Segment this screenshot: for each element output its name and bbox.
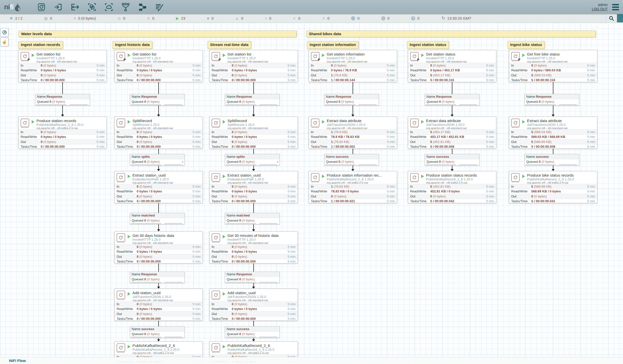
processor-node[interactable]: P Get station information InvokeHTTP 1.2… — [309, 50, 397, 82]
connection-label[interactable]: Name matched Queued 0 (0 bytes) — [225, 213, 280, 224]
processor-node[interactable]: SplitRecord SplitRecord 1.25.0 org.apach… — [114, 117, 203, 149]
stat-row-read-write: Read/Write 0 bytes / 569.03 KB 5 min — [509, 68, 597, 73]
queued-size: (0 bytes) — [147, 277, 160, 281]
section-label[interactable]: Ingest station information — [307, 41, 358, 49]
processor-node[interactable]: Extract data attribute JoltTransformJSON… — [408, 117, 496, 149]
output-port-icon[interactable] — [71, 3, 79, 11]
remote-process-group-icon[interactable] — [105, 3, 113, 11]
processor-node[interactable]: P Get station list InvokeHTTP 1.25.0 org… — [209, 50, 298, 82]
processor-node[interactable]: Produce station status records PublishKa… — [408, 171, 496, 203]
processor-stamp-icon — [511, 173, 520, 182]
processor-node[interactable]: P Get free bike status InvokeHTTP 1.25.0… — [509, 50, 597, 82]
process-group-icon[interactable] — [88, 3, 96, 11]
group-label[interactable]: Shared bikes data — [306, 31, 596, 37]
processor-node[interactable]: P Get station status InvokeHTTP 1.25.0 o… — [408, 50, 496, 82]
processor-node[interactable]: Produce station records PublishKafkaReco… — [18, 117, 107, 149]
search-icon[interactable] — [606, 14, 617, 22]
connection-label[interactable]: Name success Queued 0 (0 bytes) — [225, 326, 280, 338]
stat-row-in: In 0 (0 bytes) 5 min — [115, 184, 203, 189]
connection-label[interactable]: Name success Queued 0 (0 bytes) — [324, 154, 379, 166]
breadcrumb[interactable]: NiFi Flow — [9, 358, 26, 363]
section-label[interactable]: Ingest bike status — [508, 41, 545, 49]
processor-node[interactable]: Produce station information rec... Publi… — [309, 171, 397, 203]
section-label[interactable]: Ingest station records — [18, 41, 63, 49]
refresh-icon[interactable]: ↻ — [442, 16, 445, 21]
processor-stamp-icon — [212, 233, 220, 242]
sync-failure-icon: ? — [411, 16, 415, 20]
logout-link[interactable]: LOG OUT — [592, 7, 608, 11]
queued-count: 0 — [539, 100, 541, 103]
processor-name: SplitRecord — [132, 119, 173, 123]
processor-node[interactable]: Extract station_uuid EvaluateJsonPath 1.… — [114, 171, 203, 203]
queued-size: (0 bytes) — [242, 100, 255, 103]
processor-node[interactable]: Add station_uuid JoltTransformJSON 1.25.… — [209, 289, 298, 321]
stat-row-out: Out 0 (0 bytes) 5 min — [309, 194, 397, 199]
input-port-icon[interactable] — [54, 3, 63, 11]
processor-stamp-icon: P — [212, 52, 220, 61]
connection-label[interactable]: Name Response Queued 0 (0 bytes) — [225, 94, 280, 106]
global-menu-icon[interactable] — [611, 3, 620, 11]
operate-hand-button[interactable]: ☝ — [1, 38, 8, 46]
template-icon[interactable] — [138, 3, 147, 11]
stat-row-out: Out 0 (0 bytes) 5 min — [509, 194, 597, 199]
stat-row-out: Out 0 (0 bytes) 5 min — [210, 139, 298, 144]
connection-name-value: splits — [236, 155, 245, 159]
label-icon[interactable] — [155, 3, 164, 11]
processor-node[interactable]: Add station_uuid JoltTransformJSON 1.25.… — [114, 289, 203, 321]
funnel-icon[interactable] — [121, 3, 130, 11]
processor-node[interactable]: Extract station_uuid EvaluateJsonPath 1.… — [209, 171, 298, 203]
stat-row-tasks-time: Tasks/Time 0 / 00:00:00.000 5 min — [19, 78, 107, 83]
processor-node[interactable]: SplitRecord SplitRecord 1.25.0 org.apach… — [209, 117, 298, 149]
stat-row-in: In 5 (453.17 KB) 5 min — [408, 129, 496, 134]
status-counter-running: ▶ 23 — [176, 16, 185, 20]
connection-name-label: Name — [132, 327, 140, 331]
connection-label[interactable]: Name Response Queued 0 (0 bytes) — [225, 272, 280, 283]
connection-name-label: Name — [132, 95, 140, 98]
processor-stamp-icon — [117, 119, 125, 127]
corner-button[interactable] — [617, 14, 623, 22]
processor-node[interactable]: P Get station list InvokeHTTP 1.25.0 org… — [18, 50, 107, 82]
processor-node[interactable]: Extract data attribute JoltTransformJSON… — [309, 117, 397, 149]
group-label[interactable]: Water levels data — [19, 31, 297, 37]
section-label[interactable]: Stream real-time data — [208, 41, 251, 49]
connection-arrow-icon — [157, 169, 160, 171]
flow-canvas[interactable]: Water levels data Shared bikes data Inge… — [0, 23, 623, 364]
processor-stamp-icon — [410, 119, 419, 127]
connection-label[interactable]: Name success Queued 0 (0 bytes) — [524, 154, 579, 166]
connection-label[interactable]: Name Response Queued 0 (0 bytes) — [324, 94, 379, 106]
birdseye-button[interactable] — [1, 28, 8, 37]
queued-count: 0 — [144, 219, 146, 222]
processor-icon[interactable] — [37, 3, 46, 11]
footer-bar: NiFi Flow — [0, 357, 623, 364]
connection-arrow-icon — [252, 169, 255, 171]
section-label[interactable]: Ingest historic data — [113, 41, 152, 49]
stat-row-in: In 0 (0 bytes) 5 min — [408, 63, 496, 68]
connection-label[interactable]: Name Response Queued 0 (0 bytes) — [130, 272, 185, 283]
connection-label[interactable]: Name splits Queued 0 (0 bytes)◑ — [225, 154, 280, 166]
connection-label[interactable]: Name splits Queued 0 (0 bytes)◑ — [130, 154, 185, 166]
connection-name-value: Response — [536, 95, 551, 98]
connection-label[interactable]: Name Response Queued 0 (0 bytes) — [130, 94, 185, 106]
connection-label[interactable]: Name Response Queued 0 (0 bytes) — [524, 94, 579, 106]
processor-node[interactable]: Get 30 minutes of historic data InvokeHT… — [209, 231, 298, 264]
processor-type: InvokeHTTP 1.25.0 — [132, 56, 173, 60]
stat-row-tasks-time: Tasks/Time 0 / 00:00:00.000 5 min — [115, 259, 203, 264]
processor-node[interactable]: Get 30 days historic data InvokeHTTP 1.2… — [114, 231, 203, 264]
current-user: admin — [592, 3, 608, 7]
primary-node-badge: P — [518, 58, 520, 62]
processor-type: PublishKafkaRecord_2_6 1.25.0 — [426, 177, 477, 181]
connection-label[interactable]: Name Response Queued 0 (0 bytes) — [35, 94, 90, 106]
processor-node[interactable]: P Get station list InvokeHTTP 1.25.0 org… — [114, 50, 203, 82]
processor-name: Get station list — [36, 52, 77, 56]
processor-node[interactable]: Produce bike status records PublishKafka… — [509, 171, 597, 203]
connection-label[interactable]: Name success Queued 0 (0 bytes) — [425, 154, 480, 166]
connection-label[interactable]: Name Response Queued 0 (0 bytes) — [425, 94, 480, 106]
processor-type: PublishKafkaRecord_2_6 1.25.0 — [327, 177, 382, 181]
section-label[interactable]: Ingest station status — [407, 41, 449, 49]
processor-node[interactable]: Extract data attribute JoltTransformJSON… — [509, 117, 597, 149]
connection-label[interactable]: Name matched Queued 0 (0 bytes) — [130, 213, 185, 224]
queue-usage-bars — [130, 282, 184, 283]
running-status-icon — [223, 345, 225, 348]
connection-label[interactable]: Name success Queued 0 (0 bytes) — [130, 326, 185, 338]
queued-size: (0 bytes) — [341, 160, 354, 164]
